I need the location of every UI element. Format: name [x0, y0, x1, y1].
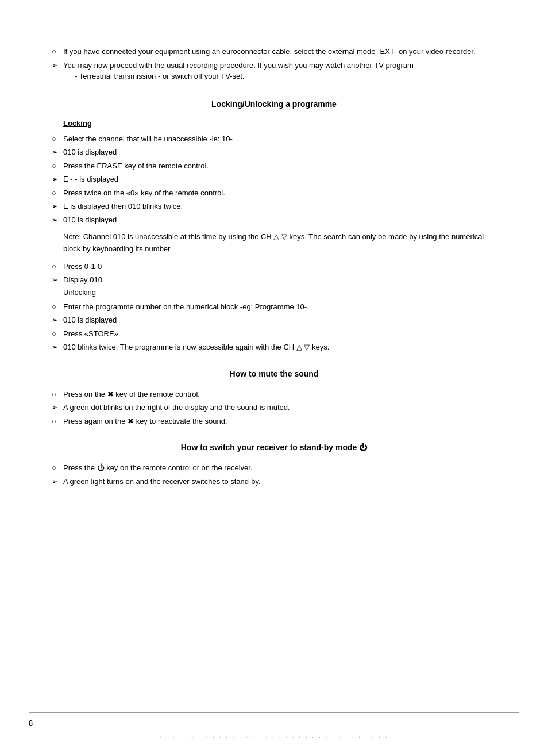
note-text: Note: Channel 010 is unaccessible at thi…	[63, 232, 484, 253]
standby-power-icon: ⏻	[359, 443, 367, 452]
bullet-circle-icon: ○	[52, 462, 63, 474]
unlock-item-3: Press «STORE».	[63, 328, 120, 340]
bottom-divider	[29, 712, 519, 713]
lock-section-title: Locking/Unlocking a programme	[52, 99, 496, 109]
unlock-item-1: Enter the programme number on the numeri…	[63, 301, 309, 313]
bullet-circle-icon: ○	[52, 46, 63, 57]
after-note-item-1: Press 0-1-0	[63, 261, 102, 273]
bottom-decoration: . . . . . . . . . . . . . . . . . . . . …	[0, 732, 548, 739]
lock-section: Locking/Unlocking a programme Locking ○ …	[52, 99, 496, 353]
bullet-circle-icon: ○	[52, 389, 63, 400]
list-item: ○ Press «STORE».	[52, 328, 496, 340]
list-item: ○ If you have connected your equipment u…	[52, 46, 496, 57]
standby-item-2: A green light turns on and the receiver …	[63, 476, 261, 488]
list-item: ➢ A green dot blinks on the right of the…	[52, 402, 496, 413]
bullet-arrow-icon: ➢	[52, 201, 63, 212]
mute-item-1: Press on the ✖ key of the remote control…	[63, 389, 200, 400]
after-note-items: ○ Press 0-1-0 ➢ Display 010	[52, 261, 496, 286]
locking-subtitle: Locking	[63, 119, 496, 128]
mute-item-3: Press again on the ✖ key to reactivate t…	[63, 416, 227, 427]
list-item: ○ Press on the ✖ key of the remote contr…	[52, 389, 496, 400]
list-item: ➢ 010 is displayed	[52, 147, 496, 158]
intro-item-2: You may now proceed with the usual recor…	[63, 60, 414, 82]
intro-item-1: If you have connected your equipment usi…	[63, 46, 476, 57]
unlocking-subtitle: Unlocking	[63, 288, 496, 297]
list-item: ➢ 010 is displayed	[52, 314, 496, 326]
list-item: ○ Enter the programme number on the nume…	[52, 301, 496, 313]
unlock-item-4: 010 blinks twice. The programme is now a…	[63, 341, 329, 353]
lock-item-5: Press twice on the «0» key of the remote…	[63, 187, 225, 199]
bullet-circle-icon: ○	[52, 187, 63, 199]
lock-item-4: E - - is displayed	[63, 174, 118, 185]
bullet-arrow-icon: ➢	[52, 60, 63, 82]
list-item: ➢ You may now proceed with the usual rec…	[52, 60, 496, 82]
bullet-arrow-icon: ➢	[52, 341, 63, 353]
lock-item-6: E is displayed then 010 blinks twice.	[63, 201, 183, 212]
page-number: 8	[29, 719, 33, 727]
standby-items: ○ Press the ⏻ key on the remote control …	[52, 462, 496, 487]
bullet-circle-icon: ○	[52, 328, 63, 340]
unlock-item-2: 010 is displayed	[63, 314, 117, 326]
standby-section: How to switch your receiver to stand-by …	[52, 443, 496, 487]
list-item: ○ Press again on the ✖ key to reactivate…	[52, 416, 496, 427]
bullet-circle-icon: ○	[52, 416, 63, 427]
list-item: ○ Press 0-1-0	[52, 261, 496, 273]
list-item: ➢ Display 010	[52, 274, 496, 286]
lock-item-3: Press the ERASE key of the remote contro…	[63, 160, 209, 172]
bullet-arrow-icon: ➢	[52, 274, 63, 286]
standby-title-text: How to switch your receiver to stand-by …	[181, 443, 359, 452]
list-item: ➢ E is displayed then 010 blinks twice.	[52, 201, 496, 212]
bullet-circle-icon: ○	[52, 133, 63, 145]
mute-items: ○ Press on the ✖ key of the remote contr…	[52, 389, 496, 427]
mute-section: How to mute the sound ○ Press on the ✖ k…	[52, 369, 496, 427]
bullet-arrow-icon: ➢	[52, 174, 63, 185]
list-item: ➢ E - - is displayed	[52, 174, 496, 185]
list-item: ➢ 010 is displayed	[52, 214, 496, 226]
mute-item-2: A green dot blinks on the right of the d…	[63, 402, 290, 413]
lock-item-1: Select the channel that will be unaccess…	[63, 133, 233, 145]
bullet-arrow-icon: ➢	[52, 314, 63, 326]
after-note-item-2: Display 010	[63, 274, 102, 286]
bullet-circle-icon: ○	[52, 301, 63, 313]
mute-section-title: How to mute the sound	[52, 369, 496, 378]
bullet-circle-icon: ○	[52, 261, 63, 273]
list-item: ○ Press the ERASE key of the remote cont…	[52, 160, 496, 172]
intro-item-2-cont: - Terrestrial transmission - or switch o…	[63, 72, 244, 80]
lock-item-7: 010 is displayed	[63, 214, 117, 226]
list-item: ○ Select the channel that will be unacce…	[52, 133, 496, 145]
bullet-circle-icon: ○	[52, 160, 63, 172]
unlocking-items: ○ Enter the programme number on the nume…	[52, 301, 496, 353]
list-item: ➢ 010 blinks twice. The programme is now…	[52, 341, 496, 353]
page: ○ If you have connected your equipment u…	[0, 0, 548, 756]
note-block: Note: Channel 010 is unaccessible at thi…	[63, 231, 496, 255]
bullet-arrow-icon: ➢	[52, 402, 63, 413]
bullet-arrow-icon: ➢	[52, 214, 63, 226]
bullet-arrow-icon: ➢	[52, 476, 63, 488]
standby-section-title: How to switch your receiver to stand-by …	[52, 443, 496, 452]
standby-item-1: Press the ⏻ key on the remote control or…	[63, 462, 253, 474]
intro-section: ○ If you have connected your equipment u…	[52, 46, 496, 82]
lock-item-2: 010 is displayed	[63, 147, 117, 158]
locking-items: ○ Select the channel that will be unacce…	[52, 133, 496, 226]
list-item: ○ Press twice on the «0» key of the remo…	[52, 187, 496, 199]
list-item: ○ Press the ⏻ key on the remote control …	[52, 462, 496, 474]
list-item: ➢ A green light turns on and the receive…	[52, 476, 496, 488]
bullet-arrow-icon: ➢	[52, 147, 63, 158]
